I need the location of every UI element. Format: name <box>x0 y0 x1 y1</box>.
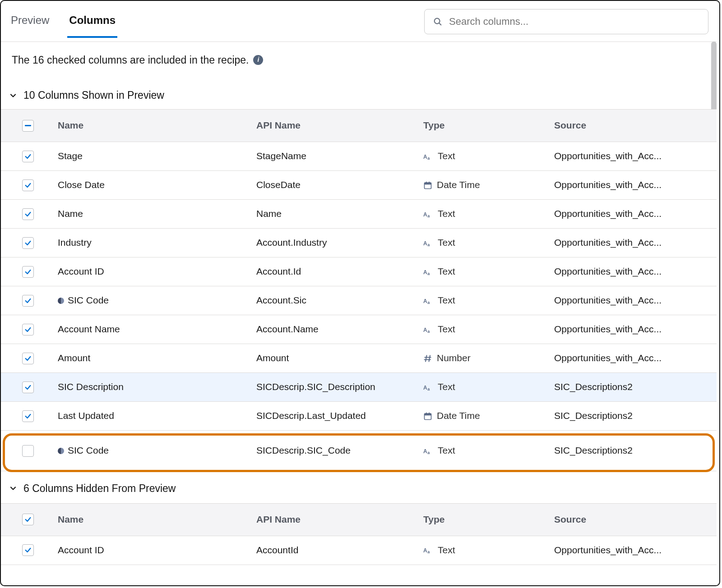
svg-text:A: A <box>423 384 427 390</box>
select-all-checkbox[interactable] <box>22 514 34 525</box>
row-checkbox[interactable] <box>22 353 34 364</box>
table-row[interactable]: Account IDAccountIdAaTextOpportunities_w… <box>1 536 717 565</box>
row-checkbox[interactable] <box>22 544 34 556</box>
text-type-icon: Aa <box>423 210 433 218</box>
tab-list: Preview Columns <box>9 13 117 37</box>
column-type: Text <box>438 445 455 456</box>
column-api-name: Account.Sic <box>254 294 421 306</box>
columns-summary: The 16 checked columns are included in t… <box>1 42 717 71</box>
datetime-type-icon <box>423 412 432 421</box>
svg-text:A: A <box>423 211 427 217</box>
column-api-name: Name <box>254 208 421 220</box>
hidden-columns-table: Name API Name Type Source Account IDAcco… <box>1 503 717 565</box>
svg-text:a: a <box>427 300 430 305</box>
text-type-icon: Aa <box>423 297 433 305</box>
table-row[interactable]: SIC DescriptionSICDescrip.SIC_Descriptio… <box>1 373 717 402</box>
search-columns-input[interactable] <box>448 15 700 28</box>
column-name: Name <box>58 208 83 220</box>
column-api-name: Account.Industry <box>254 237 421 248</box>
section-shown-title: 10 Columns Shown in Preview <box>23 89 164 102</box>
datetime-type-icon <box>423 181 432 190</box>
column-name: SIC Code <box>68 294 109 306</box>
column-name: Close Date <box>58 179 105 191</box>
column-name: SIC Code <box>68 445 109 456</box>
row-checkbox[interactable] <box>22 151 34 162</box>
svg-line-1 <box>439 23 441 25</box>
column-source: Opportunities_with_Acc... <box>551 150 712 162</box>
row-checkbox[interactable] <box>22 266 34 278</box>
column-source: Opportunities_with_Acc... <box>551 179 712 191</box>
shown-columns-table: Name API Name Type Source StageStageName… <box>1 109 717 471</box>
table-header: Name API Name Type Source <box>1 110 717 142</box>
column-source: Opportunities_with_Acc... <box>551 237 712 248</box>
column-name: Amount <box>58 352 90 364</box>
column-source: SIC_Descriptions2 <box>551 410 712 422</box>
column-api-name: SICDescrip.Last_Updated <box>254 410 421 422</box>
row-checkbox[interactable] <box>22 295 34 307</box>
column-type: Text <box>438 237 455 248</box>
row-checkbox[interactable] <box>22 410 34 422</box>
svg-text:A: A <box>423 326 427 333</box>
svg-text:a: a <box>427 450 430 455</box>
table-row[interactable]: SIC CodeAccount.SicAaTextOpportunities_w… <box>1 286 717 315</box>
table-row[interactable]: IndustryAccount.IndustryAaTextOpportunit… <box>1 229 717 257</box>
table-row[interactable]: Last UpdatedSICDescrip.Last_UpdatedDate … <box>1 402 717 431</box>
column-api-name: Amount <box>254 352 421 364</box>
table-row[interactable]: Account NameAccount.NameAaTextOpportunit… <box>1 315 717 344</box>
svg-text:a: a <box>427 214 430 218</box>
table-row[interactable]: NameNameAaTextOpportunities_with_Acc... <box>1 200 717 229</box>
svg-text:a: a <box>427 387 430 391</box>
header-source: Source <box>551 514 712 525</box>
column-type: Date Time <box>437 410 480 422</box>
column-name: Stage <box>58 150 83 162</box>
search-icon <box>433 17 443 27</box>
column-source: Opportunities_with_Acc... <box>551 544 712 556</box>
svg-text:A: A <box>423 298 427 304</box>
table-row[interactable]: AmountAmountNumberOpportunities_with_Acc… <box>1 344 717 373</box>
column-source: Opportunities_with_Acc... <box>551 323 712 335</box>
row-checkbox[interactable] <box>22 208 34 220</box>
row-checkbox[interactable] <box>22 445 34 457</box>
row-checkbox[interactable] <box>22 179 34 191</box>
svg-line-18 <box>426 355 427 361</box>
svg-line-19 <box>429 355 430 361</box>
svg-rect-5 <box>425 183 431 184</box>
column-name: Account Name <box>58 323 120 335</box>
tab-columns[interactable]: Columns <box>67 14 117 38</box>
table-row[interactable]: SIC CodeSICDescrip.SIC_CodeAaTextSIC_Des… <box>1 431 717 471</box>
svg-text:a: a <box>427 156 430 161</box>
text-type-icon: Aa <box>423 383 433 391</box>
svg-text:a: a <box>427 329 430 334</box>
column-type: Text <box>438 208 455 220</box>
chevron-down-icon <box>8 91 18 101</box>
select-all-checkbox[interactable] <box>22 120 34 132</box>
table-row[interactable]: Account IDAccount.IdAaTextOpportunities_… <box>1 257 717 286</box>
column-type: Text <box>438 150 455 162</box>
svg-text:A: A <box>423 269 427 275</box>
column-name: Industry <box>58 237 92 248</box>
column-name: Last Updated <box>58 410 114 422</box>
svg-text:A: A <box>423 240 427 246</box>
column-type: Text <box>438 323 455 335</box>
section-hidden-toggle[interactable]: 6 Columns Hidden From Preview <box>1 471 717 503</box>
column-source: Opportunities_with_Acc... <box>551 208 712 220</box>
table-row[interactable]: Close DateCloseDateDate TimeOpportunitie… <box>1 171 717 200</box>
section-shown-toggle[interactable]: 10 Columns Shown in Preview <box>1 71 717 109</box>
tab-preview[interactable]: Preview <box>9 14 51 38</box>
search-columns-input-wrapper[interactable] <box>424 9 708 34</box>
text-type-icon: Aa <box>423 447 433 455</box>
key-indicator-icon <box>58 298 64 304</box>
column-type: Text <box>438 266 455 277</box>
column-source: Opportunities_with_Acc... <box>551 352 712 364</box>
info-icon[interactable]: i <box>253 55 263 65</box>
svg-rect-6 <box>426 181 427 183</box>
column-name: Account ID <box>58 544 104 556</box>
column-api-name: Account.Id <box>254 266 421 277</box>
row-checkbox[interactable] <box>22 237 34 249</box>
table-row[interactable]: StageStageNameAaTextOpportunities_with_A… <box>1 142 717 171</box>
column-type: Text <box>438 294 455 306</box>
column-api-name: SICDescrip.SIC_Description <box>254 381 421 393</box>
text-type-icon: Aa <box>423 326 433 334</box>
row-checkbox[interactable] <box>22 381 34 393</box>
row-checkbox[interactable] <box>22 324 34 335</box>
